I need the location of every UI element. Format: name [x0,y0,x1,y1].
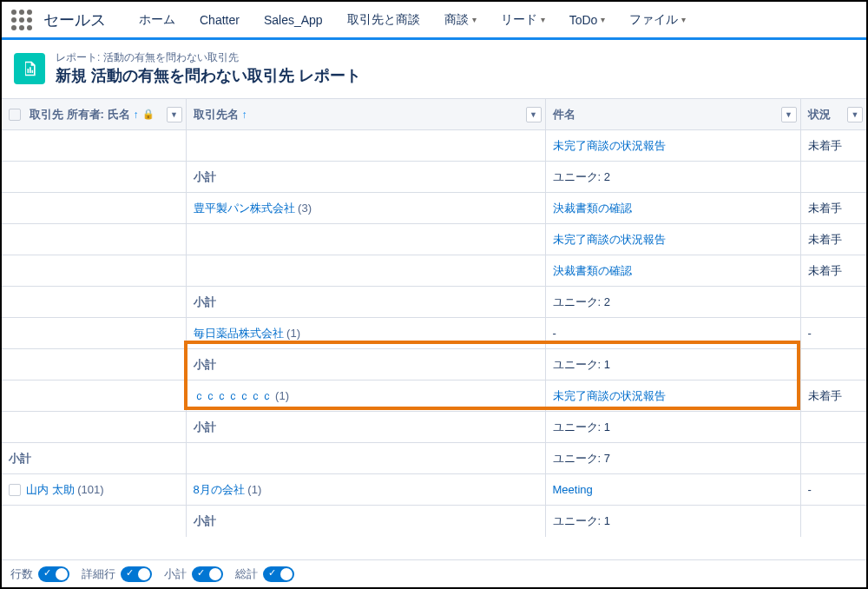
table-row: 毎日薬品株式会社 (1) - - [2,318,866,349]
toggle-rows[interactable]: ✓ [38,566,69,582]
table-row: 決裁書類の確認 未着手 [2,255,866,287]
chevron-down-icon: ▾ [681,15,686,24]
subject-link[interactable]: 決裁書類の確認 [553,202,632,215]
status-cell: 未着手 [800,130,866,162]
page-title: 新規 活動の有無を問わない取引先 レポート [56,65,361,86]
column-header-status[interactable]: 状況 ▼ [800,99,866,130]
account-link[interactable]: ｃｃｃｃｃｃｃ [194,389,273,402]
subject-link[interactable]: 未完了商談の状況報告 [553,233,666,246]
group-subtotal-row: 小計 ユニーク: 7 [2,443,866,474]
subtotal-row: 小計 ユニーク: 1 [2,349,866,381]
footer-label-rows: 行数 [10,566,33,582]
subtotal-row: 小計 ユニーク: 1 [2,412,866,443]
nav-item-todo[interactable]: ToDo▾ [557,1,618,39]
nav-item-leads[interactable]: リード▾ [489,1,557,39]
toggle-subtotal[interactable]: ✓ [192,566,223,582]
nav-item-opportunities[interactable]: 商談▾ [432,1,489,39]
column-filter-icon[interactable]: ▼ [526,107,542,122]
table-row: 豊平製パン株式会社 (3) 決裁書類の確認 未着手 [2,193,866,224]
subtotal-row: 小計 ユニーク: 2 [2,287,866,318]
chevron-down-icon: ▾ [472,15,477,24]
column-header-owner[interactable]: 取引先 所有者: 氏名 ↑ 🔒 ▼ [2,99,186,130]
sort-arrow-up-icon: ↑ [134,109,139,121]
footer-label-grandtotal: 総計 [235,566,258,582]
toggle-detail[interactable]: ✓ [121,566,152,582]
nav-item-accounts-deals[interactable]: 取引先と商談 [335,1,432,39]
subject-link[interactable]: 未完了商談の状況報告 [553,139,666,152]
footer-label-subtotal: 小計 [164,566,187,582]
top-nav: セールス ホーム Chatter Sales_App 取引先と商談 商談▾ リー… [2,2,866,40]
nav-item-home[interactable]: ホーム [127,1,187,39]
toggle-grandtotal[interactable]: ✓ [263,566,294,582]
column-filter-icon[interactable]: ▼ [167,107,182,122]
checkbox[interactable] [9,109,21,121]
subject-link[interactable]: Meeting [553,483,593,496]
footer-label-detail: 詳細行 [82,566,115,582]
subject-link[interactable]: 未完了商談の状況報告 [553,389,666,402]
subject-link[interactable]: 決裁書類の確認 [553,264,632,277]
nav-item-chatter[interactable]: Chatter [187,1,252,39]
app-name: セールス [43,10,106,30]
subtotal-row: 小計 ユニーク: 1 [2,506,866,537]
column-filter-icon[interactable]: ▼ [847,107,863,122]
table-row: ｃｃｃｃｃｃｃ (1) 未完了商談の状況報告 未着手 [2,381,866,412]
nav-item-files[interactable]: ファイル▾ [617,1,698,39]
nav-item-sales-app[interactable]: Sales_App [252,1,335,39]
subtotal-row: 小計 ユニーク: 2 [2,162,866,193]
table-row: 未完了商談の状況報告 未着手 [2,130,866,162]
report-table: 取引先 所有者: 氏名 ↑ 🔒 ▼ 取引先名 ↑ ▼ 件名 ▼ 状況 ▼ [2,98,866,537]
owner-link[interactable]: 山内 太助 [26,483,75,496]
report-footer: 行数 ✓ 詳細行 ✓ 小計 ✓ 総計 ✓ [2,559,866,587]
chevron-down-icon: ▾ [601,15,605,24]
table-row: 未完了商談の状況報告 未着手 [2,224,866,255]
table-row: 山内 太助 (101) 8月の会社 (1) Meeting - [2,474,866,506]
column-header-account[interactable]: 取引先名 ↑ ▼ [186,99,545,130]
chevron-down-icon: ▾ [541,15,545,24]
account-link[interactable]: 8月の会社 [194,483,245,496]
sort-arrow-up-icon: ↑ [242,109,247,121]
account-link[interactable]: 毎日薬品株式会社 [194,327,284,340]
app-switcher-icon[interactable] [9,7,35,33]
lock-icon: 🔒 [142,109,155,120]
report-icon [14,53,45,84]
column-header-subject[interactable]: 件名 ▼ [545,99,800,130]
account-link[interactable]: 豊平製パン株式会社 [194,202,295,215]
page-subtitle: レポート: 活動の有無を問わない取引先 [56,50,361,65]
column-filter-icon[interactable]: ▼ [781,107,797,122]
page-header: レポート: 活動の有無を問わない取引先 新規 活動の有無を問わない取引先 レポー… [2,40,866,98]
checkbox[interactable] [9,484,21,496]
